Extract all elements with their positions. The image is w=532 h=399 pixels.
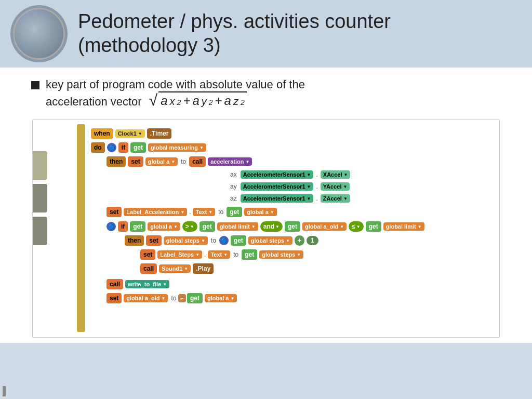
az-label: az xyxy=(230,195,237,202)
timer-block: .Timer xyxy=(147,128,172,139)
gt-block: > ▼ xyxy=(182,221,197,232)
label-accel-dropdown[interactable]: Label_Acceleration ▼ xyxy=(124,208,187,216)
text-dropdown-2[interactable]: Text ▼ xyxy=(208,250,230,259)
then-block-2: then xyxy=(125,235,144,246)
global-a-dropdown-3[interactable]: global a ▼ xyxy=(148,222,180,231)
get-block-7: get xyxy=(231,235,246,246)
play-block: .Play xyxy=(193,263,214,274)
global-a-old-dropdown-2[interactable]: global a_old ▼ xyxy=(124,294,168,302)
global-steps-dropdown-2[interactable]: global steps ▼ xyxy=(248,236,292,245)
then-set-row: then set global a ▼ to call acceleration… xyxy=(105,155,494,168)
clock-dropdown[interactable]: Clock1 ▼ xyxy=(115,129,145,138)
global-a-dropdown-2[interactable]: global a ▼ xyxy=(244,208,276,216)
sensor1-dropdown-x[interactable]: AccelerometerSensor1 ▼ xyxy=(241,170,314,179)
bullet-icon xyxy=(31,81,39,89)
and-block: and ▼ xyxy=(260,221,283,232)
num-1-block: 1 xyxy=(307,236,318,245)
get-block-5: get xyxy=(285,221,300,232)
call-block-2: call xyxy=(140,263,157,274)
sound1-dropdown[interactable]: Sound1 ▼ xyxy=(159,264,191,273)
code-area: when Clock1 ▼ .Timer do 🔵 if get glob xyxy=(0,119,532,343)
bullet-item: key part of program code with absolute v… xyxy=(31,78,516,109)
sensor1-dropdown-y[interactable]: AccelerometerSensor1 ▼ xyxy=(241,182,314,191)
side-tabs xyxy=(33,151,47,245)
side-tab-3 xyxy=(33,217,47,245)
side-tab-1 xyxy=(33,151,47,180)
then-block: then xyxy=(107,156,126,167)
set-a-old-row: set global a_old ▼ to ⌐ get global a ▼ xyxy=(105,292,494,304)
zaccel-dropdown[interactable]: ZAccel ▼ xyxy=(321,194,350,203)
global-a-old-dropdown[interactable]: global a_old ▼ xyxy=(302,222,347,231)
global-a-dropdown-final[interactable]: global a ▼ xyxy=(205,294,237,302)
global-measuring-dropdown[interactable]: global measuring ▼ xyxy=(148,143,206,152)
set-block-4: set xyxy=(140,249,155,260)
global-steps-dropdown-1[interactable]: global steps ▼ xyxy=(164,236,208,245)
call-block-1: call xyxy=(189,156,206,167)
bullet-text: key part of program code with absolute v… xyxy=(46,78,305,109)
global-a-dropdown-1[interactable]: global a ▼ xyxy=(145,157,178,166)
acceleration-dropdown[interactable]: acceleration ▼ xyxy=(208,157,252,166)
set-block-1: set xyxy=(128,156,143,167)
blocks-container: when Clock1 ▼ .Timer do 🔵 if get glob xyxy=(32,119,500,338)
ay-label: ay xyxy=(230,183,237,190)
set-block-5: set xyxy=(107,293,122,303)
get-block-6: get xyxy=(366,221,381,232)
step-circle: 🔵 xyxy=(219,236,229,245)
if2-circle: 🔵 xyxy=(107,222,116,231)
if-block: if xyxy=(118,142,128,153)
global-limit-dropdown-2[interactable]: global limit ▼ xyxy=(383,222,424,231)
when-block: when xyxy=(91,128,113,139)
header: Pedometer / phys. activities counter (me… xyxy=(0,0,532,68)
xaccel-dropdown[interactable]: XAccel ▼ xyxy=(321,170,351,179)
plus-block: + xyxy=(295,235,304,246)
call-sound-row: call Sound1 ▼ .Play xyxy=(139,262,494,275)
ay-row: ay AccelerometerSensor1 ▼ . YAccel ▼ xyxy=(230,181,494,192)
az-row: az AccelerometerSensor1 ▼ . ZAccel ▼ xyxy=(230,193,494,204)
write-file-dropdown[interactable]: write_to_file ▼ xyxy=(125,280,169,288)
when-row: when Clock1 ▼ .Timer xyxy=(90,127,494,140)
get-block-3: get xyxy=(130,221,145,232)
side-tab-2 xyxy=(33,184,47,212)
if2-row: 🔵 if get global a ▼ > ▼ get global limit… xyxy=(105,220,494,233)
if-circle: 🔵 xyxy=(107,143,116,152)
global-limit-dropdown-1[interactable]: global limit ▼ xyxy=(217,222,258,231)
get-block-9: get xyxy=(187,293,203,303)
set-label-accel-row: set Label_Acceleration ▼ . Text ▼ to get… xyxy=(105,206,494,218)
then-steps-row: then set global steps ▼ to 🔵 get global … xyxy=(124,234,494,247)
to-label-1: to xyxy=(181,158,186,165)
do-row: do 🔵 if get global measuring ▼ xyxy=(90,141,494,154)
puzzle-piece: ⌐ xyxy=(178,294,185,302)
get-block-1: get xyxy=(130,142,146,153)
set-block-3: set xyxy=(146,235,161,246)
content-area: key part of program code with absolute v… xyxy=(0,68,532,119)
sensor1-dropdown-z[interactable]: AccelerometerSensor1 ▼ xyxy=(241,194,314,203)
call-write-row: call write_to_file ▼ xyxy=(105,278,494,290)
do-block: do xyxy=(91,142,105,153)
get-block-2: get xyxy=(227,207,242,217)
ax-row: ax AccelerometerSensor1 ▼ . XAccel ▼ xyxy=(230,169,494,180)
label-steps-dropdown[interactable]: Label_Steps ▼ xyxy=(157,250,202,259)
get-block-8: get xyxy=(242,249,257,260)
get-block-4: get xyxy=(200,221,215,232)
header-title: Pedometer / phys. activities counter (me… xyxy=(78,10,391,57)
global-steps-dropdown-3[interactable]: global steps ▼ xyxy=(259,250,303,259)
ax-label: ax xyxy=(230,171,237,178)
bottom-indicator xyxy=(3,386,6,396)
call-block-3: call xyxy=(107,279,123,289)
logo xyxy=(10,5,68,62)
text-dropdown-1[interactable]: Text ▼ xyxy=(193,208,215,216)
if2-block: if xyxy=(118,221,128,232)
left-column xyxy=(77,124,85,332)
lte-block: ≤ ▼ xyxy=(349,221,364,232)
set-block-2: set xyxy=(107,207,122,217)
to-label-2: to xyxy=(211,237,216,244)
set-label-steps-row: set Label_Steps ▼ . Text ▼ to get global… xyxy=(139,248,494,261)
yaccel-dropdown[interactable]: YAccel ▼ xyxy=(321,182,350,191)
math-formula: √ ax2 + ay2 + az2 xyxy=(149,91,247,109)
